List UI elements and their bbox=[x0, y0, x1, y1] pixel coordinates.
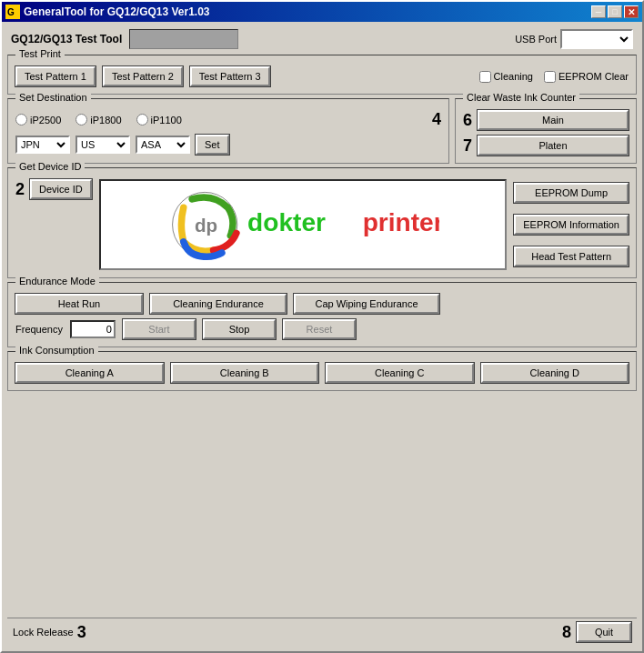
frequency-input[interactable] bbox=[70, 320, 116, 338]
dropdown-row: JPNUSASAEUR USJPNASAEUR ASAJPNUSEUR Set bbox=[15, 135, 441, 155]
eeprom-clear-checkbox-label[interactable]: EEPROM Clear bbox=[544, 71, 629, 83]
set-destination-label: Set Destination bbox=[15, 92, 91, 103]
svg-text:dokter: dokter bbox=[247, 208, 326, 236]
ip2500-radio-label[interactable]: iP2500 bbox=[15, 110, 61, 129]
ip2500-radio[interactable] bbox=[15, 114, 27, 126]
heat-run-button[interactable]: Heat Run bbox=[15, 294, 143, 314]
tool-label: GQ12/GQ13 Test Tool bbox=[11, 33, 122, 45]
main-waste-button[interactable]: Main bbox=[478, 110, 629, 130]
status-display bbox=[129, 29, 238, 49]
checkbox-area: Cleaning EEPROM Clear bbox=[479, 71, 629, 83]
dest-select-2[interactable]: USJPNASAEUR bbox=[75, 136, 130, 154]
window-controls: ─ □ ✕ bbox=[591, 5, 639, 18]
dest-select-1[interactable]: JPNUSASAEUR bbox=[15, 136, 70, 154]
cleaning-c-button[interactable]: Cleaning C bbox=[326, 363, 474, 383]
radio-row: iP2500 iP1800 iP1100 4 bbox=[15, 110, 441, 129]
logo-svg: dp dokter printer bbox=[166, 184, 439, 266]
get-device-id-label: Get Device ID bbox=[15, 161, 85, 172]
clear-waste-group: Clear Waste Ink Counter 6 Main 7 Platen bbox=[455, 98, 637, 164]
device-id-left: 2 Device ID bbox=[15, 179, 92, 270]
lock-release-label: Lock Release bbox=[13, 627, 74, 638]
ink-buttons-row: Cleaning A Cleaning B Cleaning C Cleanin… bbox=[15, 363, 629, 383]
main-content: GQ12/GQ13 Test Tool USB Port COM1 COM2 C… bbox=[2, 22, 642, 651]
cleaning-a-button[interactable]: Cleaning A bbox=[15, 363, 164, 383]
main-window: G GeneralTool for GQ12/GQ13 Ver1.03 ─ □ … bbox=[0, 0, 644, 653]
test-print-label: Test Print bbox=[15, 48, 65, 59]
close-button[interactable]: ✕ bbox=[624, 5, 639, 18]
test-print-row: Test Pattern 1 Test Pattern 2 Test Patte… bbox=[15, 66, 629, 86]
logo-display: dp dokter printer bbox=[99, 179, 508, 270]
eeprom-dump-button[interactable]: EEPROM Dump bbox=[514, 183, 629, 203]
top-row: GQ12/GQ13 Test Tool USB Port COM1 COM2 C… bbox=[7, 27, 637, 51]
set-destination-group: Set Destination iP2500 iP1800 iP1100 4 bbox=[7, 98, 449, 164]
badge-3: 3 bbox=[77, 623, 86, 642]
ip1800-radio-label[interactable]: iP1800 bbox=[75, 110, 121, 129]
maximize-button[interactable]: □ bbox=[608, 5, 622, 18]
badge-4: 4 bbox=[432, 110, 441, 129]
cleaning-b-button[interactable]: Cleaning B bbox=[171, 363, 319, 383]
test-pattern-3-button[interactable]: Test Pattern 3 bbox=[190, 66, 270, 86]
ink-consumption-group: Ink Consumption Cleaning A Cleaning B Cl… bbox=[7, 351, 637, 391]
right-buttons: EEPROM Dump EEPROM Information Head Test… bbox=[514, 179, 629, 270]
endurance-mode-group: Endurance Mode Heat Run Cleaning Enduran… bbox=[7, 282, 637, 347]
badge-7: 7 bbox=[463, 136, 472, 156]
stop-button[interactable]: Stop bbox=[203, 319, 276, 339]
ip1800-label: iP1800 bbox=[90, 115, 121, 126]
device-id-row: 2 Device ID bbox=[15, 179, 629, 270]
quit-area: 8 Quit bbox=[562, 622, 631, 642]
test-pattern-1-button[interactable]: Test Pattern 1 bbox=[15, 66, 96, 86]
svg-text:printer: printer bbox=[363, 208, 439, 236]
test-print-group: Test Print Test Pattern 1 Test Pattern 2… bbox=[7, 55, 637, 95]
window-title: GeneralTool for GQ12/GQ13 Ver1.03 bbox=[24, 5, 591, 18]
usb-port-select[interactable]: COM1 COM2 COM3 bbox=[560, 29, 633, 49]
middle-section: Set Destination iP2500 iP1800 iP1100 4 bbox=[7, 98, 637, 164]
eeprom-clear-checkbox-text: EEPROM Clear bbox=[558, 71, 629, 82]
ink-consumption-label: Ink Consumption bbox=[15, 345, 98, 356]
head-test-pattern-button[interactable]: Head Test Pattern bbox=[514, 246, 629, 266]
ip1100-label: iP1100 bbox=[151, 115, 182, 126]
titlebar: G GeneralTool for GQ12/GQ13 Ver1.03 ─ □ … bbox=[2, 2, 642, 22]
endurance-buttons-row: Heat Run Cleaning Endurance Cap Wiping E… bbox=[15, 294, 629, 314]
start-button[interactable]: Start bbox=[123, 319, 196, 339]
badge-6: 6 bbox=[463, 111, 472, 130]
dest-select-3[interactable]: ASAJPNUSEUR bbox=[136, 136, 190, 154]
svg-text:G: G bbox=[7, 7, 15, 17]
get-device-id-group: Get Device ID 2 Device ID bbox=[7, 167, 637, 278]
eeprom-clear-checkbox[interactable] bbox=[544, 71, 556, 83]
ip1800-radio[interactable] bbox=[75, 114, 87, 126]
minimize-button[interactable]: ─ bbox=[591, 5, 606, 18]
cleaning-checkbox-label[interactable]: Cleaning bbox=[479, 71, 533, 83]
svg-text:dp: dp bbox=[195, 215, 217, 236]
platen-waste-button[interactable]: Platen bbox=[478, 136, 629, 156]
eeprom-information-button[interactable]: EEPROM Information bbox=[514, 215, 629, 235]
badge-8: 8 bbox=[562, 623, 571, 642]
lock-release-area: Lock Release 3 bbox=[13, 623, 86, 642]
cleaning-checkbox-text: Cleaning bbox=[494, 71, 533, 82]
cap-wiping-endurance-button[interactable]: Cap Wiping Endurance bbox=[294, 294, 439, 314]
reset-button[interactable]: Reset bbox=[283, 319, 356, 339]
ip1100-radio[interactable] bbox=[136, 114, 148, 126]
device-id-button[interactable]: Device ID bbox=[30, 179, 92, 199]
quit-button[interactable]: Quit bbox=[577, 622, 631, 642]
app-icon: G bbox=[5, 5, 20, 19]
cleaning-d-button[interactable]: Cleaning D bbox=[481, 363, 629, 383]
set-button[interactable]: Set bbox=[196, 135, 229, 155]
endurance-row2: Frequency Start Stop Reset bbox=[15, 319, 629, 339]
frequency-label: Frequency bbox=[15, 324, 63, 335]
ip2500-label: iP2500 bbox=[30, 115, 61, 126]
ip1100-radio-label[interactable]: iP1100 bbox=[136, 110, 182, 129]
test-pattern-2-button[interactable]: Test Pattern 2 bbox=[103, 66, 183, 86]
cleaning-endurance-button[interactable]: Cleaning Endurance bbox=[150, 294, 287, 314]
usb-label: USB Port bbox=[515, 34, 557, 45]
bottom-row: Lock Release 3 8 Quit bbox=[7, 618, 637, 646]
cleaning-checkbox[interactable] bbox=[479, 71, 491, 83]
waste-buttons: 6 Main 7 Platen bbox=[463, 110, 629, 156]
badge-2: 2 bbox=[15, 180, 25, 199]
clear-waste-label: Clear Waste Ink Counter bbox=[463, 92, 579, 103]
endurance-mode-label: Endurance Mode bbox=[15, 276, 99, 286]
usb-port-area: USB Port COM1 COM2 COM3 bbox=[515, 29, 633, 49]
